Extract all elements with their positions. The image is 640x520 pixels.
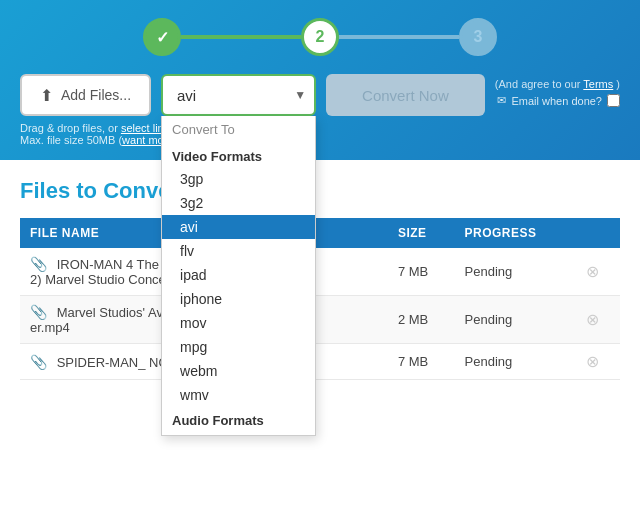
file-size-cell: 7 MB <box>388 344 455 380</box>
email-row: ✉ Email when done? <box>497 94 620 107</box>
file-empty-cell <box>361 248 387 296</box>
table-row: 📎 Marvel Studios' Avengers_ Infinity...e… <box>20 296 620 344</box>
file-remove-cell: ⊗ <box>576 344 620 380</box>
file-remove-cell: ⊗ <box>576 248 620 296</box>
email-label: Email when done? <box>511 95 602 107</box>
dropdown-item-aac[interactable]: aac <box>162 431 315 436</box>
convert-to-select[interactable]: Convert To 3gp 3g2 avi flv ipad iphone m… <box>161 74 316 116</box>
dropdown-item-avi[interactable]: avi <box>162 215 315 239</box>
file-status-cell: Pending <box>455 296 577 344</box>
table-row: 📎 IRON-MAN 4 The Resurrection Te...2) Ma… <box>20 248 620 296</box>
dropdown-item-mpg[interactable]: mpg <box>162 335 315 359</box>
col-empty <box>361 218 387 248</box>
col-size: SIZE <box>388 218 455 248</box>
dropdown-item-3g2[interactable]: 3g2 <box>162 191 315 215</box>
file-empty-cell <box>361 296 387 344</box>
convert-now-button[interactable]: Convert Now <box>326 74 485 116</box>
convert-to-container: Convert To 3gp 3g2 avi flv ipad iphone m… <box>161 74 316 116</box>
file-empty-cell <box>361 344 387 380</box>
step-1: ✓ <box>143 18 181 56</box>
dropdown-item-ipad[interactable]: ipad <box>162 263 315 287</box>
file-remove-cell: ⊗ <box>576 296 620 344</box>
top-section: ✓ 2 3 ⬆ Add Files... Convert To 3gp 3g2 … <box>0 0 640 160</box>
file-size-cell: 2 MB <box>388 296 455 344</box>
add-files-label: Add Files... <box>61 87 131 103</box>
step-line-1 <box>181 35 301 39</box>
files-title: Files to Convert <box>20 178 620 204</box>
email-checkbox[interactable] <box>607 94 620 107</box>
dropdown-item-mov[interactable]: mov <box>162 311 315 335</box>
dropdown-header: Convert To <box>162 116 315 143</box>
remove-button[interactable]: ⊗ <box>586 353 599 370</box>
controls-row: ⬆ Add Files... Convert To 3gp 3g2 avi fl… <box>20 74 620 116</box>
step-line-2 <box>339 35 459 39</box>
dropdown-item-webm[interactable]: webm <box>162 359 315 383</box>
file-size-cell: 7 MB <box>388 248 455 296</box>
terms-link[interactable]: Terms <box>583 78 613 90</box>
audio-formats-label: Audio Formats <box>162 407 315 431</box>
step-2: 2 <box>301 18 339 56</box>
files-table: FILE NAME SIZE PROGRESS 📎 IRON-MAN 4 The… <box>20 218 620 380</box>
dropdown-item-wmv[interactable]: wmv <box>162 383 315 407</box>
table-row: 📎 SPIDER-MAN_ NO WAY HOME Tr... 7 MB Pen… <box>20 344 620 380</box>
dropdown-item-3gp[interactable]: 3gp <box>162 167 315 191</box>
upload-icon: ⬆ <box>40 86 53 105</box>
paperclip-icon: 📎 <box>30 354 47 370</box>
col-action <box>576 218 620 248</box>
col-progress: PROGRESS <box>455 218 577 248</box>
paperclip-icon: 📎 <box>30 304 47 320</box>
steps-row: ✓ 2 3 <box>20 18 620 56</box>
dropdown-menu[interactable]: Convert To Video Formats 3gp 3g2 avi flv… <box>161 116 316 436</box>
step-3: 3 <box>459 18 497 56</box>
table-header-row: FILE NAME SIZE PROGRESS <box>20 218 620 248</box>
add-files-button[interactable]: ⬆ Add Files... <box>20 74 151 116</box>
drag-drop-text: Drag & drop files, or select link Max. f… <box>20 122 620 146</box>
right-side: (And agree to our Terms ) ✉ Email when d… <box>495 74 620 107</box>
terms-text: (And agree to our Terms ) <box>495 78 620 90</box>
dropdown-item-iphone[interactable]: iphone <box>162 287 315 311</box>
envelope-icon: ✉ <box>497 94 506 107</box>
video-formats-label: Video Formats <box>162 143 315 167</box>
paperclip-icon: 📎 <box>30 256 47 272</box>
remove-button[interactable]: ⊗ <box>586 263 599 280</box>
file-status-cell: Pending <box>455 248 577 296</box>
file-status-cell: Pending <box>455 344 577 380</box>
main-content: Files to Convert FILE NAME SIZE PROGRESS… <box>0 160 640 398</box>
remove-button[interactable]: ⊗ <box>586 311 599 328</box>
dropdown-item-flv[interactable]: flv <box>162 239 315 263</box>
